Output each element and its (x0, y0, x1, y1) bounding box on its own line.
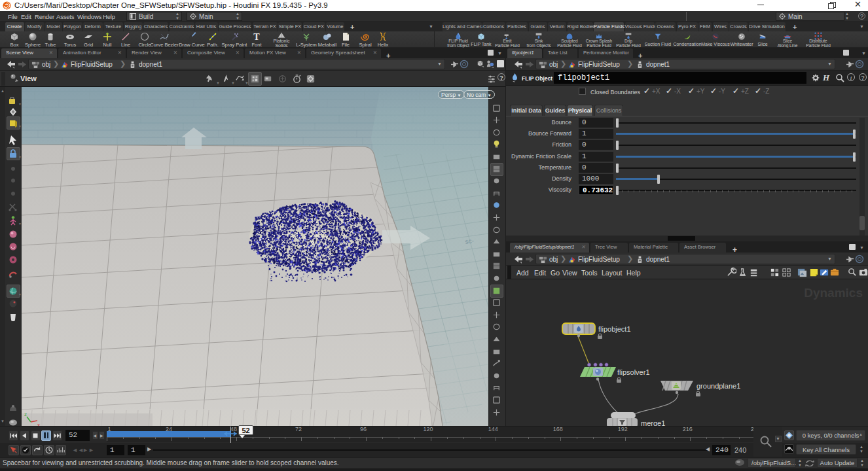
svg-text:Dynamics: Dynamics (804, 286, 863, 300)
svg-text:merge1: merge1 (641, 419, 665, 426)
svg-text:sc-: sc- (465, 237, 475, 245)
svg-text:flipobject1: flipobject1 (598, 325, 631, 333)
svg-text:groundplane1: groundplane1 (696, 382, 740, 390)
svg-text:T: T (253, 32, 260, 42)
svg-text:flipsolver1: flipsolver1 (617, 368, 650, 376)
svg-text:z: z (24, 411, 27, 417)
